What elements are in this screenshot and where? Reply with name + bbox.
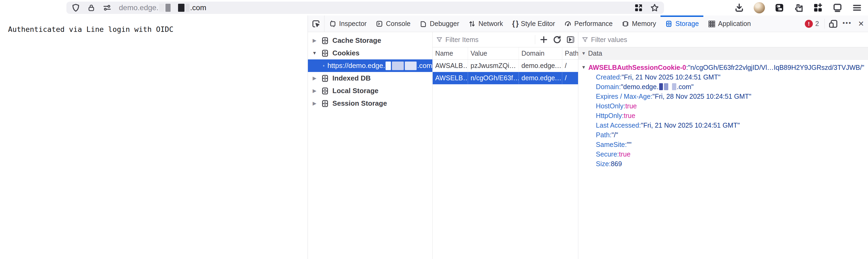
tab-memory[interactable]: Memory	[617, 15, 660, 32]
tab-style-editor[interactable]: { } Style Editor	[508, 15, 560, 32]
cookie-row-awselb-selected[interactable]: AWSELB… n/cgOGh/E63f… demo.edge.… /	[433, 72, 578, 84]
filter-items-input[interactable]	[445, 36, 532, 43]
prop-domain: Domain:"demo.edge..com"	[596, 82, 864, 92]
host-redaction-1	[385, 62, 391, 70]
page-content: Authenticated via Line login with OIDC	[0, 15, 308, 259]
cookie-table-header: Name Value Domain Path	[433, 47, 578, 60]
sidebar-toggle-icon[interactable]	[832, 3, 843, 13]
sidebar-item-indexed-db[interactable]: ▶ Indexed DB	[308, 72, 432, 85]
pick-element-button[interactable]	[308, 15, 324, 32]
devtools-menu-button[interactable]: •••	[840, 15, 854, 32]
column-header-domain[interactable]: Domain	[519, 47, 562, 59]
url-redaction-4	[186, 4, 190, 12]
bookmark-star-icon[interactable]	[650, 3, 659, 12]
chevron-down-icon: ▼	[582, 51, 586, 56]
url-redaction-3	[178, 4, 184, 12]
prop-size: Size:869	[596, 159, 864, 168]
refresh-items-button[interactable]	[552, 34, 562, 45]
url-text: demo.edge. .com	[119, 3, 207, 12]
tab-application[interactable]: Application	[703, 15, 755, 32]
prop-last-accessed: Last Accessed:"Fri, 21 Nov 2025 10:24:51…	[596, 120, 864, 130]
prop-path: Path:"/"	[596, 130, 864, 140]
prop-samesite: SameSite:""	[596, 140, 864, 149]
column-header-path[interactable]: Path	[562, 47, 578, 59]
cookie-value: :"n/cgOGh/E63fr22vlgjID/Vl…IqB89H2Y9JGRs…	[686, 63, 864, 72]
extensions-puzzle-icon[interactable]	[794, 3, 804, 12]
filter-values-input[interactable]	[591, 36, 866, 43]
prop-httponly: HttpOnly:true	[596, 111, 864, 120]
url-redaction-1	[159, 4, 164, 12]
data-section-label: Data	[588, 50, 602, 57]
cookie-table-panel: Name Value Domain Path AWSALB… pzJwusmZQ…	[433, 32, 578, 259]
prop-created: Created:"Fri, 21 Nov 2025 10:24:51 GMT"	[596, 72, 864, 82]
sidebar-item-local-storage[interactable]: ▶ Local Storage	[308, 85, 432, 97]
page-action-grid-arrow-icon[interactable]	[634, 3, 643, 12]
url-redaction-2	[165, 4, 170, 12]
sidebar-item-cache-storage[interactable]: ▶ Cache Storage	[308, 34, 432, 47]
page-body-text: Authenticated via Line login with OIDC	[8, 25, 308, 33]
shield-icon[interactable]	[71, 3, 80, 12]
chevron-right-icon[interactable]: ▶	[312, 75, 317, 81]
lock-icon[interactable]	[87, 3, 95, 12]
error-icon: !	[805, 20, 813, 28]
permissions-icon[interactable]	[102, 3, 112, 12]
filter-funnel-icon	[436, 36, 443, 43]
chevron-down-icon[interactable]: ▼	[582, 63, 586, 72]
tab-inspector[interactable]: Inspector	[324, 15, 371, 32]
console-error-badge[interactable]: ! 2	[801, 15, 823, 32]
braces-icon: { }	[512, 20, 518, 28]
devtools-panel: Inspector Console Debugger Network { } S…	[308, 15, 868, 259]
tab-console[interactable]: Console	[371, 15, 415, 32]
storage-type-icon	[321, 100, 329, 107]
add-item-button[interactable]	[538, 34, 549, 45]
responsive-mode-button[interactable]	[826, 15, 840, 32]
filter-funnel-icon	[582, 36, 588, 43]
prop-hostonly: HostOnly:true	[596, 101, 864, 111]
sidebar-item-cookies[interactable]: ▼ Cookies	[308, 47, 432, 59]
storage-type-icon	[321, 49, 329, 57]
app-menu-icon[interactable]	[852, 3, 862, 13]
account-avatar[interactable]	[754, 2, 765, 13]
host-url-prefix: https://demo.edge.	[328, 62, 385, 70]
browser-toolbar: demo.edge. .com	[0, 0, 868, 15]
url-bar[interactable]: demo.edge. .com	[66, 2, 664, 14]
cookie-data-panel: ▼ Data ▼ AWSELBAuthSessionCookie-0:"n/cg…	[578, 32, 868, 259]
extension-grid-plus-icon[interactable]	[813, 3, 823, 13]
domain-redaction-3	[672, 83, 676, 90]
toggle-sidebar-button[interactable]	[565, 34, 576, 45]
chevron-right-icon[interactable]: ▶	[312, 101, 317, 106]
storage-type-icon	[321, 37, 329, 45]
chevron-right-icon[interactable]: ▶	[312, 88, 317, 94]
devtools-tabbar: Inspector Console Debugger Network { } S…	[308, 15, 868, 32]
sidebar-item-session-storage[interactable]: ▶ Session Storage	[308, 97, 432, 110]
url-host-suffix: .com	[190, 3, 207, 12]
prop-secure: Secure:true	[596, 149, 864, 159]
column-header-name[interactable]: Name	[433, 47, 468, 59]
cookie-value-tree: ▼ AWSELBAuthSessionCookie-0:"n/cgOGh/E63…	[578, 60, 868, 168]
column-header-value[interactable]: Value	[468, 47, 519, 59]
host-redaction-3	[405, 62, 416, 70]
host-redaction-2	[392, 62, 404, 70]
cookie-row-awsalb[interactable]: AWSALB… pzJwusmZQi… demo.edge.… /	[433, 60, 578, 72]
extension-panels-icon[interactable]	[774, 3, 784, 13]
domain-redaction-2	[664, 83, 668, 90]
sidebar-item-cookie-host[interactable]: https://demo.edge. .com	[308, 59, 432, 72]
cookie-root-node[interactable]: ▼ AWSELBAuthSessionCookie-0:"n/cgOGh/E63…	[582, 63, 864, 72]
data-section-header[interactable]: ▼ Data	[578, 47, 868, 60]
chevron-right-icon[interactable]: ▶	[312, 38, 317, 43]
chevron-down-icon[interactable]: ▼	[312, 51, 317, 56]
globe-icon	[323, 62, 324, 70]
tab-performance[interactable]: Performance	[560, 15, 617, 32]
domain-redaction-1	[659, 83, 663, 90]
storage-sidebar: ▶ Cache Storage ▼ Cookies https://demo.e…	[308, 32, 433, 259]
tab-debugger[interactable]: Debugger	[415, 15, 464, 32]
storage-type-icon	[321, 87, 329, 95]
url-host-prefix: demo.edge.	[119, 3, 158, 12]
prop-expires: Expires / Max-Age:"Fri, 28 Nov 2025 10:2…	[596, 92, 864, 101]
tab-network[interactable]: Network	[464, 15, 508, 32]
devtools-close-button[interactable]: ✕	[854, 15, 868, 32]
tab-storage[interactable]: Storage	[660, 15, 703, 32]
error-count: 2	[815, 20, 819, 28]
host-url-suffix: .com	[417, 62, 432, 70]
downloads-icon[interactable]	[734, 3, 744, 13]
